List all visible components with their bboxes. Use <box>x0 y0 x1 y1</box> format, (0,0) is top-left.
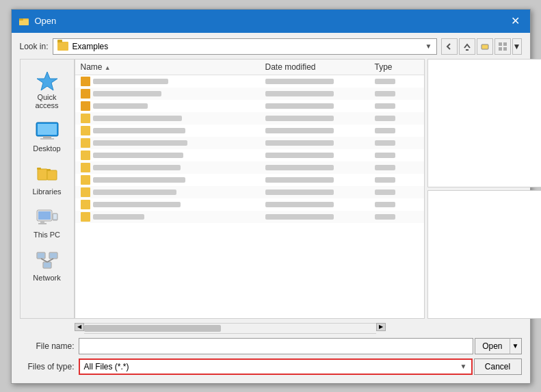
column-name[interactable]: Name ▲ <box>75 61 260 73</box>
file-name-cell <box>75 187 260 198</box>
sidebar-item-desktop[interactable]: Desktop <box>23 116 72 157</box>
sidebar-item-libraries-label: Libraries <box>32 187 61 196</box>
dialog-body: Look in: Examples ▼ <box>12 33 530 383</box>
up-button[interactable] <box>459 38 475 55</box>
svg-rect-24 <box>53 214 57 219</box>
look-in-label: Look in: <box>20 42 49 51</box>
dialog-title: Open <box>35 16 57 26</box>
table-row[interactable] <box>75 88 424 100</box>
file-name-text <box>93 103 148 109</box>
preview-bottom <box>427 190 542 319</box>
file-name-cell <box>75 150 260 161</box>
view-dropdown-button[interactable]: ▼ <box>512 38 522 55</box>
table-row[interactable] <box>75 211 424 223</box>
file-name-cell <box>75 88 260 99</box>
back-button[interactable] <box>441 38 458 55</box>
libraries-icon <box>35 164 60 185</box>
svg-rect-15 <box>38 169 47 180</box>
sidebar-item-quick-access[interactable]: Quick access <box>23 65 72 114</box>
column-type[interactable]: Type <box>369 61 424 73</box>
file-type-cell <box>369 175 424 185</box>
look-in-value: Examples <box>72 42 421 51</box>
toolbar-buttons: ▼ <box>441 38 522 55</box>
preview-top <box>427 59 542 187</box>
svg-rect-2 <box>19 18 23 21</box>
file-type-cell <box>369 138 424 148</box>
svg-rect-26 <box>38 253 44 258</box>
files-of-type-dropdown-arrow: ▼ <box>460 363 467 370</box>
file-name-cell <box>75 101 260 112</box>
view-button[interactable] <box>494 38 511 55</box>
cancel-button[interactable]: Cancel <box>474 358 522 375</box>
svg-rect-5 <box>481 44 488 49</box>
file-icon <box>81 89 90 99</box>
table-row[interactable] <box>75 125 424 137</box>
table-row[interactable] <box>75 137 424 149</box>
sidebar: Quick access Desktop <box>20 59 75 319</box>
sidebar-item-this-pc[interactable]: This PC <box>23 202 72 243</box>
close-button[interactable]: ✕ <box>508 14 523 29</box>
file-date-cell <box>260 200 369 209</box>
table-row[interactable] <box>75 112 424 125</box>
column-date[interactable]: Date modified <box>260 61 369 73</box>
table-row[interactable] <box>75 100 424 112</box>
file-type-cell <box>369 212 424 222</box>
file-name-text <box>93 165 181 170</box>
file-icon <box>81 151 90 160</box>
file-date-cell <box>260 89 369 99</box>
open-button[interactable]: Open <box>475 338 509 354</box>
open-dropdown-button[interactable]: ▼ <box>510 338 522 354</box>
look-in-dropdown-arrow: ▼ <box>425 42 432 50</box>
svg-rect-1 <box>19 20 29 25</box>
file-name-input[interactable] <box>79 338 474 354</box>
open-dialog: Open ✕ Look in: Examples ▼ <box>11 9 531 384</box>
svg-rect-7 <box>503 42 507 46</box>
file-name-text <box>93 177 185 183</box>
file-date-cell <box>260 138 369 148</box>
look-in-select[interactable]: Examples ▼ <box>53 38 437 55</box>
file-name-text <box>93 190 176 195</box>
table-row[interactable] <box>75 174 424 186</box>
quick-access-icon <box>35 69 60 91</box>
forward-button[interactable] <box>477 38 493 55</box>
file-icon <box>81 114 90 123</box>
svg-rect-6 <box>499 42 502 46</box>
file-date-cell <box>260 151 369 160</box>
folder-icon <box>57 42 68 51</box>
table-row[interactable] <box>75 161 424 174</box>
sidebar-item-network[interactable]: Network <box>23 246 72 286</box>
svg-marker-10 <box>37 72 57 90</box>
svg-rect-8 <box>499 47 502 51</box>
desktop-icon <box>35 120 60 142</box>
file-name-row: File name: Open ▼ <box>20 338 522 354</box>
scrollbar-left-button[interactable]: ◀ <box>75 323 84 331</box>
file-name-cell <box>75 125 260 136</box>
table-row[interactable] <box>75 198 424 211</box>
sidebar-item-libraries[interactable]: Libraries <box>23 159 72 200</box>
title-bar-left: Open <box>18 16 57 27</box>
table-row[interactable] <box>75 149 424 161</box>
file-type-cell <box>369 89 424 99</box>
file-name-text <box>93 140 187 146</box>
file-type-cell <box>369 101 424 111</box>
file-icon <box>81 175 90 185</box>
main-area: Quick access Desktop <box>20 59 522 319</box>
file-date-cell <box>260 101 369 111</box>
file-name-text <box>93 202 181 207</box>
files-of-type-select[interactable]: All Files (*.*) ▼ <box>79 358 473 375</box>
file-type-cell <box>369 151 424 160</box>
file-date-cell <box>260 114 369 123</box>
file-icon <box>81 200 90 209</box>
table-row[interactable] <box>75 186 424 198</box>
file-name-cell <box>75 113 260 124</box>
table-row[interactable] <box>75 75 424 88</box>
svg-line-32 <box>47 259 53 262</box>
file-name-label: File name: <box>20 341 75 351</box>
scrollbar-thumb <box>84 325 221 332</box>
scrollbar-right-button[interactable]: ▶ <box>376 323 386 331</box>
file-name-input-container: Open ▼ <box>79 338 522 354</box>
scrollbar-track[interactable] <box>84 323 376 334</box>
files-of-type-input-container: All Files (*.*) ▼ Cancel <box>79 358 522 375</box>
svg-rect-13 <box>43 136 51 138</box>
network-icon <box>35 250 60 272</box>
